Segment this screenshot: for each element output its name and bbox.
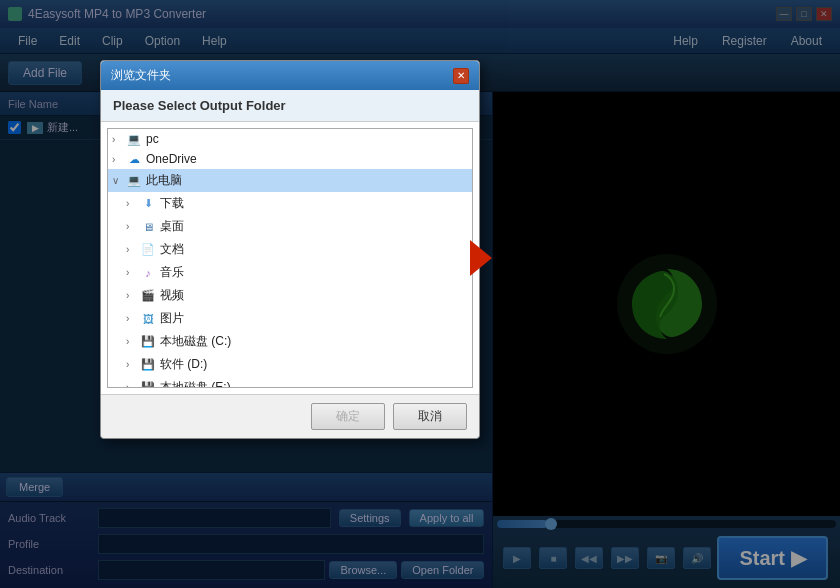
tree-arrow-pc: › bbox=[112, 134, 126, 145]
tree-item-drive-e[interactable]: › 💾 本地磁盘 (E:) bbox=[108, 376, 472, 388]
tree-label-pc: pc bbox=[146, 132, 468, 146]
tree-item-onedrive[interactable]: › ☁ OneDrive bbox=[108, 149, 472, 169]
dialog-title-bar: 浏览文件夹 ✕ bbox=[101, 61, 479, 90]
tree-icon-downloads: ⬇ bbox=[140, 197, 156, 211]
dialog-close-button[interactable]: ✕ bbox=[453, 68, 469, 84]
tree-icon-drive-d: 💾 bbox=[140, 358, 156, 372]
tree-icon-pictures: 🖼 bbox=[140, 312, 156, 326]
tree-icon-music: ♪ bbox=[140, 266, 156, 280]
tree-label-drive-d: 软件 (D:) bbox=[160, 356, 468, 373]
dialog-header-text: Please Select Output Folder bbox=[113, 98, 286, 113]
tree-icon-desktop: 🖥 bbox=[140, 220, 156, 234]
tree-arrow-thispc: ∨ bbox=[112, 175, 126, 186]
folder-tree[interactable]: › 💻 pc › ☁ OneDrive ∨ 💻 此电脑 bbox=[107, 128, 473, 388]
tree-label-drive-e: 本地磁盘 (E:) bbox=[160, 379, 468, 388]
tree-item-downloads[interactable]: › ⬇ 下载 bbox=[108, 192, 472, 215]
tree-icon-docs: 📄 bbox=[140, 243, 156, 257]
tree-item-pictures[interactable]: › 🖼 图片 bbox=[108, 307, 472, 330]
tree-arrow-docs: › bbox=[126, 244, 140, 255]
tree-arrow-drive-d: › bbox=[126, 359, 140, 370]
modal-overlay: 浏览文件夹 ✕ Please Select Output Folder › 💻 … bbox=[0, 0, 840, 588]
arrow-indicator-container bbox=[470, 240, 492, 276]
tree-arrow-music: › bbox=[126, 267, 140, 278]
tree-icon-drive-c: 💾 bbox=[140, 335, 156, 349]
tree-icon-drive-e: 💾 bbox=[140, 381, 156, 389]
tree-arrow-drive-e: › bbox=[126, 382, 140, 388]
tree-label-onedrive: OneDrive bbox=[146, 152, 468, 166]
tree-item-desktop[interactable]: › 🖥 桌面 bbox=[108, 215, 472, 238]
tree-arrow-videos: › bbox=[126, 290, 140, 301]
tree-label-music: 音乐 bbox=[160, 264, 468, 281]
tree-arrow-drive-c: › bbox=[126, 336, 140, 347]
tree-item-drive-d[interactable]: › 💾 软件 (D:) bbox=[108, 353, 472, 376]
tree-arrow-pictures: › bbox=[126, 313, 140, 324]
tree-item-drive-c[interactable]: › 💾 本地磁盘 (C:) bbox=[108, 330, 472, 353]
dialog-title: 浏览文件夹 bbox=[111, 67, 171, 84]
tree-item-thispc[interactable]: ∨ 💻 此电脑 bbox=[108, 169, 472, 192]
tree-icon-thispc: 💻 bbox=[126, 174, 142, 188]
tree-label-docs: 文档 bbox=[160, 241, 468, 258]
tree-label-pictures: 图片 bbox=[160, 310, 468, 327]
tree-item-music[interactable]: › ♪ 音乐 bbox=[108, 261, 472, 284]
confirm-button[interactable]: 确定 bbox=[311, 403, 385, 430]
tree-label-downloads: 下载 bbox=[160, 195, 468, 212]
tree-item-videos[interactable]: › 🎬 视频 bbox=[108, 284, 472, 307]
tree-arrow-downloads: › bbox=[126, 198, 140, 209]
dialog-header: Please Select Output Folder bbox=[101, 90, 479, 122]
tree-label-drive-c: 本地磁盘 (C:) bbox=[160, 333, 468, 350]
dialog-body: › 💻 pc › ☁ OneDrive ∨ 💻 此电脑 bbox=[101, 122, 479, 394]
tree-item-pc[interactable]: › 💻 pc bbox=[108, 129, 472, 149]
arrow-indicator bbox=[470, 240, 492, 276]
browse-dialog: 浏览文件夹 ✕ Please Select Output Folder › 💻 … bbox=[100, 60, 480, 439]
tree-icon-onedrive: ☁ bbox=[126, 152, 142, 166]
tree-item-docs[interactable]: › 📄 文档 bbox=[108, 238, 472, 261]
tree-icon-videos: 🎬 bbox=[140, 289, 156, 303]
dialog-footer: 确定 取消 bbox=[101, 394, 479, 438]
tree-arrow-onedrive: › bbox=[112, 154, 126, 165]
tree-arrow-desktop: › bbox=[126, 221, 140, 232]
tree-label-desktop: 桌面 bbox=[160, 218, 468, 235]
tree-label-thispc: 此电脑 bbox=[146, 172, 468, 189]
tree-icon-pc: 💻 bbox=[126, 132, 142, 146]
tree-label-videos: 视频 bbox=[160, 287, 468, 304]
cancel-button[interactable]: 取消 bbox=[393, 403, 467, 430]
